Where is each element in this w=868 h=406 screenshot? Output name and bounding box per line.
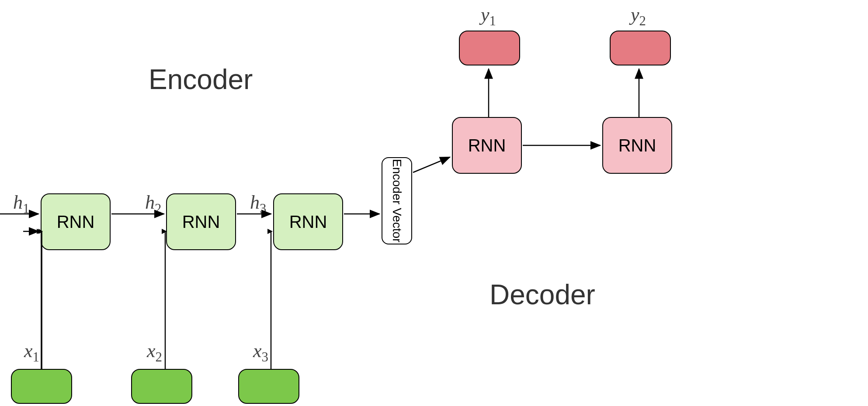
decoder-rnn-1: RNN bbox=[452, 117, 522, 174]
output-y1-box bbox=[459, 31, 520, 65]
label-x2: x2 bbox=[147, 340, 162, 365]
label-h2: h2 bbox=[145, 191, 161, 217]
encoder-title: Encoder bbox=[149, 63, 253, 96]
encoder-rnn-3: RNN bbox=[273, 193, 343, 250]
label-h1: h1 bbox=[13, 191, 29, 217]
output-y2-box bbox=[610, 31, 671, 65]
encoder-vector: Encoder Vector bbox=[382, 157, 412, 244]
label-y1: y1 bbox=[481, 3, 496, 29]
decoder-title: Decoder bbox=[490, 279, 595, 311]
encoder-rnn-1: RNN bbox=[41, 193, 111, 250]
diagram-arrows-vertical bbox=[0, 0, 868, 406]
input-x3-box bbox=[238, 369, 299, 404]
svg-marker-24 bbox=[267, 229, 273, 234]
encoder-rnn-2: RNN bbox=[166, 193, 236, 250]
decoder-rnn-2: RNN bbox=[602, 117, 672, 174]
input-x1-box bbox=[11, 369, 72, 404]
label-x1: x1 bbox=[24, 340, 39, 365]
svg-line-5 bbox=[413, 157, 450, 172]
label-h3: h3 bbox=[250, 191, 266, 217]
diagram-arrows bbox=[0, 0, 868, 406]
label-y2: y2 bbox=[631, 3, 646, 29]
label-x3: x3 bbox=[253, 340, 268, 365]
input-x2-box bbox=[131, 369, 192, 404]
